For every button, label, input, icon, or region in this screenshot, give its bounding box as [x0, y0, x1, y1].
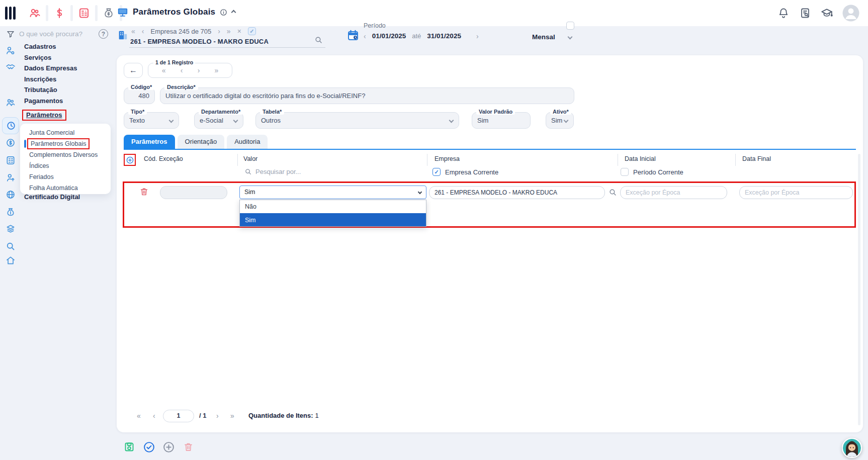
column-empresa[interactable]: Empresa [435, 155, 460, 162]
period-checkbox[interactable]: ✓ [566, 22, 574, 30]
add-icon[interactable] [162, 440, 175, 453]
sidebar-item-tributacao[interactable]: Tributação [24, 86, 77, 94]
info-icon[interactable] [220, 9, 227, 16]
submenu-item-indices[interactable]: Índices [20, 160, 111, 171]
descricao-value[interactable]: Utilizar o certificado digital do escrit… [160, 88, 574, 104]
sidebar-item-pagamentos[interactable]: Pagamentos [24, 98, 77, 105]
period-start-date[interactable]: 01/01/2025 [372, 32, 406, 40]
valor-padrao-value[interactable]: Sim [472, 113, 530, 128]
user-gear-icon[interactable] [5, 45, 16, 56]
people-module-icon[interactable] [28, 7, 41, 20]
column-data-final[interactable]: Data Final [742, 155, 771, 162]
period-next-icon[interactable]: › [476, 33, 479, 40]
submenu-item-folha-automatica[interactable]: Folha Automática [20, 182, 111, 194]
tab-parametros[interactable]: Parâmetros [124, 135, 175, 149]
submenu-item-feriados[interactable]: Feriados [20, 171, 111, 182]
grid-scrollbar[interactable] [858, 154, 860, 425]
search-rail-icon[interactable] [5, 241, 16, 252]
record-next-icon[interactable]: › [198, 67, 200, 74]
empresa-search-icon[interactable] [609, 188, 617, 197]
valor-select[interactable]: Sim [239, 186, 426, 199]
company-first-icon[interactable]: « [131, 28, 135, 35]
page-number[interactable]: 1 [163, 410, 194, 422]
add-row-icon[interactable] [126, 156, 134, 164]
period-mode[interactable]: Mensal [532, 33, 555, 41]
globe-icon[interactable] [5, 189, 16, 200]
sidebar-item-servicos[interactable]: Serviços [24, 54, 77, 61]
column-valor[interactable]: Valor [243, 155, 257, 162]
user-up-icon[interactable] [5, 172, 16, 183]
period-end-date[interactable]: 31/01/2025 [427, 32, 461, 40]
company-prev-icon[interactable]: ‹ [142, 28, 144, 35]
record-prev-icon[interactable]: ‹ [181, 67, 183, 74]
company-search-icon[interactable] [314, 36, 323, 44]
sidebar-item-certificado-digital[interactable]: Certificado Digital [24, 193, 80, 201]
submenu-item-complementos-diversos[interactable]: Complementos Diversos [20, 149, 111, 160]
codigo-value[interactable]: 480 [124, 88, 154, 104]
period-mode-chevron-icon[interactable] [568, 35, 573, 40]
cod-excecao-input[interactable] [160, 186, 227, 199]
page-next-icon[interactable]: › [216, 412, 219, 419]
submenu-item-parametros-globais[interactable]: Parâmetros Globais [20, 138, 111, 149]
dollar-circle-icon[interactable] [5, 137, 16, 148]
column-cod-excecao[interactable]: Cód. Exceção [144, 155, 183, 162]
dollar-module-icon[interactable] [53, 7, 66, 20]
valor-option-sim[interactable]: Sim [240, 213, 426, 226]
tabela-select[interactable]: Tabela* Outros [255, 112, 459, 129]
periodo-corrente-checkbox[interactable]: ✓ [621, 168, 629, 176]
data-final-input[interactable] [739, 186, 853, 199]
sidebar-item-dados-empresas[interactable]: Dados Empresas [24, 65, 77, 72]
record-last-icon[interactable]: » [215, 67, 219, 74]
sidebar-item-cadastros[interactable]: Cadastros [24, 43, 77, 50]
periodo-corrente-filter: ✓ Período Corrente [621, 168, 683, 176]
users-icon[interactable] [5, 97, 16, 108]
empresa-input[interactable] [429, 186, 605, 199]
company-clear-icon[interactable]: × [237, 28, 241, 35]
audit-log-icon[interactable] [799, 7, 812, 20]
bell-icon[interactable] [777, 7, 790, 20]
page-first-icon[interactable]: « [137, 412, 141, 419]
home-icon[interactable] [5, 255, 16, 266]
page-prev-icon[interactable]: ‹ [153, 412, 155, 419]
assistant-avatar[interactable] [842, 438, 862, 458]
ativo-select[interactable]: Ativo* Sim [546, 112, 574, 129]
app-logo-icon[interactable] [5, 7, 16, 20]
money-bag-module-icon[interactable] [102, 7, 115, 20]
company-last-icon[interactable]: » [227, 28, 231, 35]
page-last-icon[interactable]: » [230, 412, 234, 419]
calculator-rail-icon[interactable] [5, 155, 16, 166]
sidebar-item-inscricoes[interactable]: Inscrições [24, 76, 77, 83]
layers-icon[interactable] [5, 223, 16, 234]
data-inicial-input[interactable] [620, 186, 727, 199]
back-button[interactable]: ← [124, 63, 143, 78]
save-icon[interactable] [123, 440, 136, 453]
sidebar-search-input[interactable] [19, 30, 95, 38]
current-company-name[interactable]: 261 - EMPRESA MODELO - MAKRO EDUCA [130, 38, 269, 45]
submenu-item-junta-comercial[interactable]: Junta Comercial [20, 127, 111, 138]
company-next-icon[interactable]: › [218, 28, 220, 35]
tab-orientacao[interactable]: Orientação [178, 135, 225, 149]
empresa-corrente-checkbox[interactable]: ✓ [432, 168, 441, 176]
user-avatar[interactable] [842, 4, 860, 22]
money-bag-rail-icon[interactable] [5, 207, 16, 218]
column-data-inicial[interactable]: Data Inicial [625, 155, 656, 162]
record-first-icon[interactable]: « [162, 67, 166, 74]
help-icon[interactable]: ? [99, 29, 108, 39]
departamento-select[interactable]: Departamento* e-Social [194, 112, 243, 129]
graduation-cap-icon[interactable] [820, 7, 833, 20]
sidebar-item-parametros[interactable]: Parâmetros [26, 112, 62, 119]
delete-icon[interactable] [182, 440, 195, 453]
delete-row-icon[interactable] [139, 187, 149, 197]
collapse-chevron-icon[interactable] [231, 10, 236, 15]
confirm-icon[interactable] [142, 440, 155, 453]
filter-funnel-icon[interactable] [6, 30, 15, 39]
calculator-module-icon[interactable] [77, 7, 91, 20]
tipo-select[interactable]: Tipo* Texto [124, 112, 179, 129]
tab-auditoria[interactable]: Auditoria [227, 135, 268, 149]
period-prev-icon[interactable]: ‹ [364, 33, 366, 40]
valor-option-nao[interactable]: Não [240, 200, 426, 213]
clock-icon[interactable] [6, 120, 17, 131]
grid-search-input[interactable] [255, 168, 351, 175]
company-checkbox[interactable]: ✓ [248, 27, 256, 35]
handshake-icon[interactable] [5, 61, 16, 72]
